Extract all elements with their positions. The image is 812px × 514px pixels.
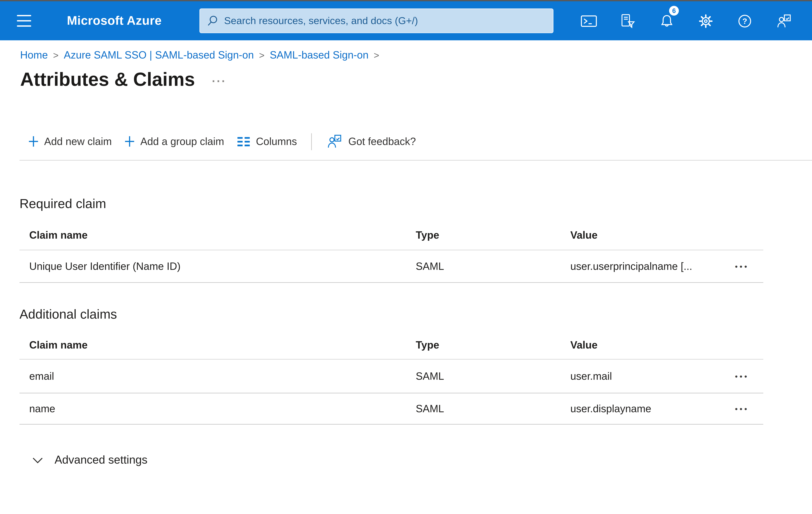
columns-button[interactable]: Columns — [231, 133, 303, 150]
claim-value-cell: user.userprincipalname [... — [570, 261, 731, 272]
chevron-down-icon — [32, 457, 43, 463]
toolbar-divider — [311, 133, 312, 150]
cloud-shell-icon — [580, 14, 597, 28]
add-group-claim-label: Add a group claim — [140, 136, 224, 147]
feedback-icon — [326, 134, 343, 149]
feedback-button[interactable] — [769, 1, 798, 40]
add-group-claim-button[interactable]: Add a group claim — [118, 133, 231, 150]
cloud-shell-button[interactable] — [574, 1, 603, 40]
more-icon: ••• — [735, 404, 749, 413]
topbar: Microsoft Azure — [0, 1, 812, 40]
search-input[interactable] — [224, 15, 546, 27]
plus-icon — [125, 136, 135, 147]
azure-portal-window: Microsoft Azure — [0, 0, 812, 514]
claim-value-cell: user.mail — [570, 370, 731, 382]
table-row[interactable]: email SAML user.mail ••• — [20, 359, 763, 394]
hamburger-icon — [17, 15, 31, 16]
directory-filter-icon — [620, 13, 635, 28]
breadcrumb-chevron-icon: > — [259, 50, 265, 60]
svg-text:?: ? — [742, 17, 747, 25]
row-menu-button[interactable]: ••• — [731, 402, 758, 415]
add-new-claim-button[interactable]: Add new claim — [20, 133, 118, 150]
claim-type-cell: SAML — [416, 261, 570, 272]
got-feedback-button[interactable]: Got feedback? — [320, 131, 423, 152]
claim-type-cell: SAML — [416, 370, 570, 382]
required-claim-heading: Required claim — [20, 194, 812, 213]
table-row[interactable]: Unique User Identifier (Name ID) SAML us… — [20, 250, 763, 283]
command-bar: Add new claim Add a group claim Columns … — [20, 131, 812, 161]
page-header: Attributes & Claims ··· — [0, 66, 812, 92]
breadcrumb-home[interactable]: Home — [20, 49, 48, 61]
page-title: Attributes & Claims — [20, 66, 195, 92]
breadcrumb-saml-signon[interactable]: SAML-based Sign-on — [270, 49, 369, 61]
required-claim-table: Claim name Type Value Unique User Identi… — [20, 220, 763, 283]
claim-name-cell: email — [20, 370, 416, 382]
column-header-value: Value — [570, 229, 763, 241]
search-icon — [207, 15, 218, 27]
claim-type-cell: SAML — [416, 403, 570, 414]
hamburger-menu-button[interactable] — [12, 1, 36, 40]
claim-value-cell: user.displayname — [570, 403, 731, 414]
add-new-claim-label: Add new claim — [44, 136, 112, 147]
breadcrumb: Home > Azure SAML SSO | SAML-based Sign-… — [0, 40, 812, 61]
row-menu-button[interactable]: ••• — [731, 370, 758, 383]
plus-icon — [29, 136, 38, 147]
breadcrumb-saml-sso[interactable]: Azure SAML SSO | SAML-based Sign-on — [64, 49, 254, 61]
notification-badge: 6 — [669, 6, 679, 16]
topbar-actions: 6 ? — [574, 1, 798, 40]
columns-icon — [237, 136, 250, 146]
feedback-icon — [775, 13, 791, 28]
global-search[interactable] — [199, 8, 553, 33]
more-icon: ••• — [735, 262, 749, 271]
settings-button[interactable] — [691, 1, 720, 40]
column-header-claim-name: Claim name — [20, 229, 416, 241]
ellipsis-icon: ··· — [212, 75, 226, 88]
additional-claims-table: Claim name Type Value email SAML user.ma… — [20, 331, 763, 425]
notifications-button[interactable]: 6 — [652, 1, 681, 40]
row-menu-button[interactable]: ••• — [731, 260, 758, 273]
window-top-edge — [0, 0, 812, 1]
table-header-row: Claim name Type Value — [20, 331, 763, 359]
bell-icon — [659, 13, 674, 28]
help-button[interactable]: ? — [730, 1, 759, 40]
table-row[interactable]: name SAML user.displayname ••• — [20, 394, 763, 425]
gear-icon — [697, 13, 714, 29]
additional-claims-heading: Additional claims — [20, 305, 812, 323]
column-header-type: Type — [416, 229, 570, 241]
claim-name-cell: Unique User Identifier (Name ID) — [20, 261, 416, 272]
table-header-row: Claim name Type Value — [20, 220, 763, 250]
page-context-menu-button[interactable]: ··· — [212, 75, 226, 87]
columns-label: Columns — [256, 136, 297, 147]
brand-title[interactable]: Microsoft Azure — [67, 1, 162, 40]
column-header-type: Type — [416, 339, 570, 351]
advanced-settings-toggle[interactable]: Advanced settings — [20, 453, 147, 467]
got-feedback-label: Got feedback? — [348, 136, 416, 147]
breadcrumb-chevron-icon: > — [53, 50, 59, 60]
column-header-value: Value — [570, 339, 763, 351]
column-header-claim-name: Claim name — [20, 339, 416, 351]
directories-filter-button[interactable] — [613, 1, 642, 40]
more-icon: ••• — [735, 372, 749, 381]
claim-name-cell: name — [20, 403, 416, 414]
breadcrumb-chevron-icon: > — [374, 50, 379, 60]
help-icon: ? — [737, 13, 752, 28]
advanced-settings-label: Advanced settings — [55, 453, 147, 467]
